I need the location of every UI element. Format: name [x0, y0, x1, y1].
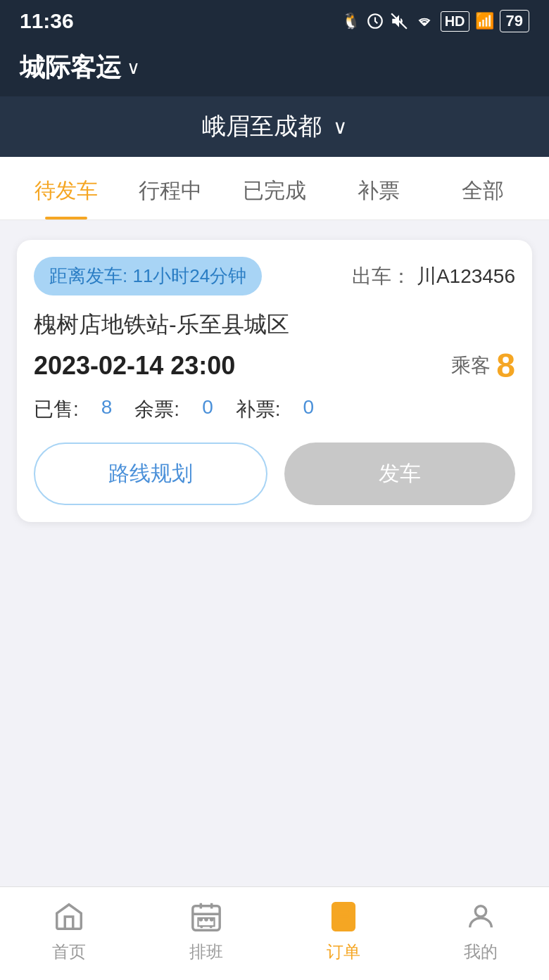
card-actions: 路线规划 发车: [34, 443, 515, 505]
route-name: 槐树店地铁站-乐至县城区: [34, 310, 515, 341]
tab-ongoing[interactable]: 行程中: [118, 157, 222, 219]
route-planning-button[interactable]: 路线规划: [34, 443, 267, 505]
nav-home[interactable]: 首页: [0, 898, 137, 963]
nav-mine-label: 我的: [464, 941, 498, 963]
signal-bars: 📶: [475, 12, 494, 30]
sold-label: 已售:: [34, 396, 79, 423]
nav-schedule-label: 排班: [189, 941, 223, 963]
card-header: 距离发车: 11小时24分钟 出车： 川A123456: [34, 257, 515, 295]
svg-point-7: [209, 925, 212, 928]
route-selector[interactable]: 峨眉至成都 ∨: [0, 96, 549, 157]
tab-supplement[interactable]: 补票: [327, 157, 431, 219]
remain-label: 余票:: [134, 396, 179, 423]
nav-schedule[interactable]: 排班: [137, 898, 274, 963]
passenger-label: 乘客: [451, 352, 491, 379]
trip-datetime: 2023-02-14 23:00: [34, 351, 235, 381]
wechat-icon: 🐧: [341, 12, 360, 30]
mine-icon: [462, 898, 499, 935]
supplement-label: 补票:: [236, 396, 281, 423]
sold-value: 8: [101, 396, 113, 423]
route-text: 峨眉至成都: [202, 110, 322, 143]
card-container: 距离发车: 11小时24分钟 出车： 川A123456 槐树店地铁站-乐至县城区…: [0, 220, 549, 542]
vehicle-label: 出车：: [352, 265, 411, 287]
datetime-passenger-row: 2023-02-14 23:00 乘客 8: [34, 346, 515, 385]
vehicle-info: 出车： 川A123456: [352, 263, 515, 290]
main-content: 待发车 行程中 已完成 补票 全部 距离发车: 11小时24分钟 出车： 川A1…: [0, 157, 549, 886]
header-chevron-icon: ∨: [127, 57, 140, 79]
header-title-row[interactable]: 城际客运 ∨: [20, 51, 529, 96]
svg-point-12: [475, 906, 486, 917]
nav-home-label: 首页: [52, 941, 86, 963]
passenger-count: 8: [496, 346, 515, 385]
ticket-stats: 已售: 8 余票: 0 补票: 0: [34, 396, 515, 423]
route-info: 槐树店地铁站-乐至县城区: [34, 310, 515, 341]
app-title: 城际客运: [20, 51, 121, 85]
nav-mine[interactable]: 我的: [412, 898, 549, 963]
empty-area: [0, 542, 549, 823]
tabs-bar: 待发车 行程中 已完成 补票 全部: [0, 157, 549, 220]
route-chevron-icon: ∨: [333, 115, 348, 139]
supplement-value: 0: [303, 396, 315, 423]
schedule-icon: [188, 898, 225, 935]
tab-pending[interactable]: 待发车: [14, 157, 118, 219]
status-icons: 🐧 HD 📶 79: [341, 10, 529, 32]
departure-badge: 距离发车: 11小时24分钟: [34, 257, 262, 295]
tab-all[interactable]: 全部: [431, 157, 535, 219]
home-icon: [51, 898, 87, 935]
tab-completed[interactable]: 已完成: [222, 157, 327, 219]
hd-badge: HD: [441, 11, 469, 32]
remain-value: 0: [202, 396, 213, 423]
wifi-icon: [414, 12, 435, 30]
nav-orders[interactable]: 订单: [274, 898, 412, 963]
mute-icon: [390, 12, 408, 30]
vehicle-number: 川A123456: [417, 265, 515, 287]
passenger-info: 乘客 8: [451, 346, 515, 385]
bottom-nav: 首页 排班 订: [0, 886, 549, 980]
depart-button[interactable]: 发车: [284, 443, 515, 505]
header: 城际客运 ∨ 峨眉至成都 ∨: [0, 42, 549, 157]
status-time: 11:36: [20, 9, 74, 33]
status-bar: 11:36 🐧 HD 📶 79: [0, 0, 549, 42]
trip-card: 距离发车: 11小时24分钟 出车： 川A123456 槐树店地铁站-乐至县城区…: [17, 240, 532, 522]
svg-point-6: [200, 925, 203, 928]
orders-icon: [325, 898, 362, 935]
nav-orders-label: 订单: [327, 941, 360, 963]
battery-icon: 79: [500, 10, 529, 32]
alarm-icon: [366, 12, 384, 30]
